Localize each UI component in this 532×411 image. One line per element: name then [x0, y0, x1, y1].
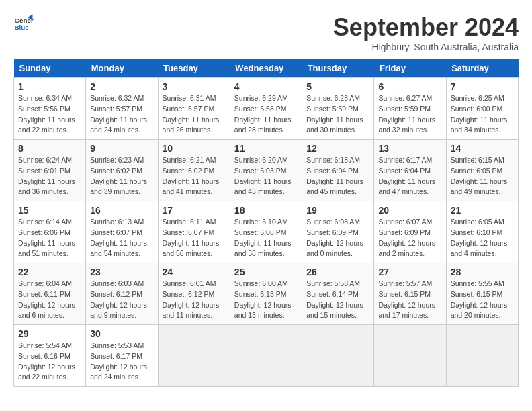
- day-number: 19: [306, 205, 369, 216]
- day-number: 13: [378, 143, 441, 154]
- logo: General Blue: [13, 13, 34, 34]
- day-info: Sunrise: 6:29 AMSunset: 5:58 PMDaylight:…: [234, 93, 298, 136]
- day-number: 27: [378, 267, 441, 277]
- day-number: 6: [378, 81, 441, 92]
- day-info: Sunrise: 6:05 AMSunset: 6:10 PMDaylight:…: [451, 217, 514, 259]
- calendar-cell: 16Sunrise: 6:13 AMSunset: 6:07 PMDayligh…: [86, 201, 158, 263]
- calendar-cell: 23Sunrise: 6:03 AMSunset: 6:12 PMDayligh…: [86, 263, 158, 325]
- day-info: Sunrise: 6:20 AMSunset: 6:03 PMDaylight:…: [234, 155, 298, 197]
- day-info: Sunrise: 6:11 AMSunset: 6:07 PMDaylight:…: [163, 217, 226, 259]
- calendar-cell: 22Sunrise: 6:04 AMSunset: 6:11 PMDayligh…: [14, 263, 86, 325]
- calendar-cell: 1Sunrise: 6:34 AMSunset: 5:56 PMDaylight…: [14, 78, 86, 140]
- day-info: Sunrise: 6:32 AMSunset: 5:57 PMDaylight:…: [90, 93, 153, 136]
- day-number: 26: [306, 267, 369, 277]
- day-number: 20: [378, 205, 441, 216]
- day-info: Sunrise: 6:31 AMSunset: 5:57 PMDaylight:…: [163, 93, 226, 136]
- header-wednesday: Wednesday: [230, 59, 302, 78]
- calendar-cell: 15Sunrise: 6:14 AMSunset: 6:06 PMDayligh…: [14, 201, 86, 263]
- calendar-cell: 29Sunrise: 5:54 AMSunset: 6:16 PMDayligh…: [14, 325, 86, 387]
- calendar-cell: 26Sunrise: 5:58 AMSunset: 6:14 PMDayligh…: [302, 263, 374, 325]
- day-info: Sunrise: 6:01 AMSunset: 6:12 PMDaylight:…: [163, 279, 226, 321]
- day-info: Sunrise: 6:34 AMSunset: 5:56 PMDaylight:…: [18, 93, 81, 136]
- page-header: General Blue September 2024 Highbury, So…: [13, 13, 519, 52]
- day-number: 2: [90, 81, 153, 92]
- day-info: Sunrise: 6:18 AMSunset: 6:04 PMDaylight:…: [306, 155, 369, 197]
- day-info: Sunrise: 5:58 AMSunset: 6:14 PMDaylight:…: [306, 279, 369, 321]
- day-number: 11: [234, 143, 298, 154]
- day-number: 14: [451, 143, 514, 154]
- location-title: Highbury, South Australia, Australia: [333, 42, 519, 52]
- day-info: Sunrise: 6:10 AMSunset: 6:08 PMDaylight:…: [234, 217, 298, 259]
- day-number: 22: [18, 267, 81, 277]
- day-info: Sunrise: 6:13 AMSunset: 6:07 PMDaylight:…: [90, 217, 153, 259]
- header-monday: Monday: [86, 59, 158, 78]
- calendar-cell: 9Sunrise: 6:23 AMSunset: 6:02 PMDaylight…: [86, 140, 158, 201]
- header-thursday: Thursday: [302, 59, 374, 78]
- calendar-cell: 17Sunrise: 6:11 AMSunset: 6:07 PMDayligh…: [158, 201, 230, 263]
- calendar-cell: 24Sunrise: 6:01 AMSunset: 6:12 PMDayligh…: [158, 263, 230, 325]
- month-title: September 2024: [333, 13, 519, 42]
- week-row-5: 29Sunrise: 5:54 AMSunset: 6:16 PMDayligh…: [14, 325, 519, 387]
- day-number: 4: [234, 81, 298, 92]
- day-number: 10: [163, 143, 226, 154]
- day-info: Sunrise: 6:17 AMSunset: 6:04 PMDaylight:…: [378, 155, 441, 197]
- day-info: Sunrise: 5:57 AMSunset: 6:15 PMDaylight:…: [378, 279, 441, 321]
- day-number: 25: [234, 267, 298, 277]
- day-info: Sunrise: 6:24 AMSunset: 6:01 PMDaylight:…: [18, 155, 81, 197]
- calendar-cell: [158, 325, 230, 387]
- svg-text:Blue: Blue: [15, 24, 30, 31]
- day-info: Sunrise: 6:25 AMSunset: 6:00 PMDaylight:…: [451, 93, 514, 136]
- day-info: Sunrise: 6:23 AMSunset: 6:02 PMDaylight:…: [90, 155, 153, 197]
- calendar-cell: 19Sunrise: 6:08 AMSunset: 6:09 PMDayligh…: [302, 201, 374, 263]
- week-row-4: 22Sunrise: 6:04 AMSunset: 6:11 PMDayligh…: [14, 263, 519, 325]
- header-saturday: Saturday: [446, 59, 518, 78]
- calendar-cell: 12Sunrise: 6:18 AMSunset: 6:04 PMDayligh…: [302, 140, 374, 201]
- day-number: 24: [163, 267, 226, 277]
- day-info: Sunrise: 6:07 AMSunset: 6:09 PMDaylight:…: [378, 217, 441, 259]
- calendar-cell: 25Sunrise: 6:00 AMSunset: 6:13 PMDayligh…: [230, 263, 302, 325]
- header-row: SundayMondayTuesdayWednesdayThursdayFrid…: [14, 59, 519, 78]
- calendar-cell: 30Sunrise: 5:53 AMSunset: 6:17 PMDayligh…: [86, 325, 158, 387]
- day-info: Sunrise: 6:14 AMSunset: 6:06 PMDaylight:…: [18, 217, 81, 259]
- calendar-cell: 27Sunrise: 5:57 AMSunset: 6:15 PMDayligh…: [374, 263, 446, 325]
- day-number: 7: [451, 81, 514, 92]
- week-row-1: 1Sunrise: 6:34 AMSunset: 5:56 PMDaylight…: [14, 78, 519, 140]
- calendar-cell: 6Sunrise: 6:27 AMSunset: 5:59 PMDaylight…: [374, 78, 446, 140]
- header-tuesday: Tuesday: [158, 59, 230, 78]
- header-sunday: Sunday: [14, 59, 86, 78]
- day-number: 17: [163, 205, 226, 216]
- calendar-cell: [302, 325, 374, 387]
- calendar-cell: [230, 325, 302, 387]
- header-friday: Friday: [374, 59, 446, 78]
- calendar-cell: 5Sunrise: 6:28 AMSunset: 5:59 PMDaylight…: [302, 78, 374, 140]
- calendar-cell: 3Sunrise: 6:31 AMSunset: 5:57 PMDaylight…: [158, 78, 230, 140]
- day-number: 29: [18, 328, 81, 339]
- calendar-cell: 11Sunrise: 6:20 AMSunset: 6:03 PMDayligh…: [230, 140, 302, 201]
- week-row-3: 15Sunrise: 6:14 AMSunset: 6:06 PMDayligh…: [14, 201, 519, 263]
- calendar-cell: 20Sunrise: 6:07 AMSunset: 6:09 PMDayligh…: [374, 201, 446, 263]
- calendar-cell: 28Sunrise: 5:55 AMSunset: 6:15 PMDayligh…: [446, 263, 518, 325]
- day-info: Sunrise: 6:21 AMSunset: 6:02 PMDaylight:…: [163, 155, 226, 197]
- day-number: 15: [18, 205, 81, 216]
- day-number: 1: [18, 81, 81, 92]
- calendar-table: SundayMondayTuesdayWednesdayThursdayFrid…: [13, 59, 519, 387]
- day-number: 5: [306, 81, 369, 92]
- day-number: 21: [451, 205, 514, 216]
- day-number: 8: [18, 143, 81, 154]
- calendar-cell: 2Sunrise: 6:32 AMSunset: 5:57 PMDaylight…: [86, 78, 158, 140]
- calendar-cell: [374, 325, 446, 387]
- day-number: 18: [234, 205, 298, 216]
- calendar-cell: 8Sunrise: 6:24 AMSunset: 6:01 PMDaylight…: [14, 140, 86, 201]
- day-number: 3: [163, 81, 226, 92]
- calendar-cell: 10Sunrise: 6:21 AMSunset: 6:02 PMDayligh…: [158, 140, 230, 201]
- calendar-cell: 18Sunrise: 6:10 AMSunset: 6:08 PMDayligh…: [230, 201, 302, 263]
- day-info: Sunrise: 6:04 AMSunset: 6:11 PMDaylight:…: [18, 279, 81, 321]
- calendar-cell: 13Sunrise: 6:17 AMSunset: 6:04 PMDayligh…: [374, 140, 446, 201]
- day-number: 30: [90, 328, 153, 339]
- day-info: Sunrise: 6:28 AMSunset: 5:59 PMDaylight:…: [306, 93, 369, 136]
- title-block: September 2024 Highbury, South Australia…: [333, 13, 519, 52]
- calendar-cell: 7Sunrise: 6:25 AMSunset: 6:00 PMDaylight…: [446, 78, 518, 140]
- day-info: Sunrise: 5:53 AMSunset: 6:17 PMDaylight:…: [90, 340, 153, 383]
- week-row-2: 8Sunrise: 6:24 AMSunset: 6:01 PMDaylight…: [14, 140, 519, 201]
- day-number: 28: [451, 267, 514, 277]
